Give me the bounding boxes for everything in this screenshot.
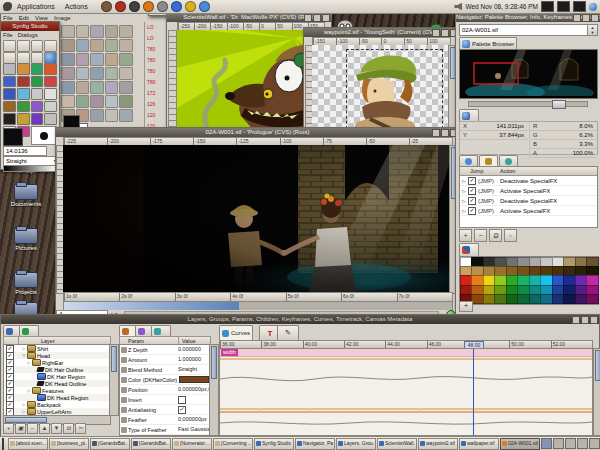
launcher-icon[interactable] — [129, 1, 140, 12]
gimp-tool-button[interactable] — [119, 109, 133, 122]
launcher-icon[interactable] — [101, 1, 112, 12]
curves-graph[interactable]: width — [219, 348, 593, 436]
toolbox-menu-item[interactable]: Dialogs — [18, 32, 38, 38]
raise-layer-button[interactable]: ▲ — [39, 423, 50, 434]
panel-clock[interactable]: Wed Nov 08, 9:28:46 PM — [465, 3, 538, 10]
gimp-tool-button[interactable] — [76, 53, 90, 66]
gimp-tool-button[interactable] — [119, 95, 133, 108]
new-layer-button[interactable]: + — [3, 423, 14, 434]
param-row[interactable]: Position 0.000000px,0.000000px — [120, 385, 210, 395]
keyframe-jump-link[interactable]: (JMP) — [478, 198, 500, 204]
main-canvas-artwork[interactable] — [63, 145, 451, 292]
workspace-3[interactable] — [565, 438, 576, 449]
param-value[interactable]: Straight — [178, 365, 210, 374]
drawer-icon[interactable] — [2, 438, 4, 450]
param-row[interactable]: Color (DKHairColor) — [120, 375, 210, 385]
tool-button[interactable] — [17, 101, 30, 113]
gimp-tool-button[interactable] — [90, 67, 104, 80]
gimp-tool-button[interactable] — [61, 25, 75, 38]
curves-vscrollbar[interactable] — [593, 348, 600, 436]
launcher-icon[interactable] — [143, 1, 154, 12]
layers-vscrollbar[interactable] — [109, 344, 119, 416]
taskbar-window-button[interactable]: 02A-W001.sif — [500, 438, 540, 450]
layer-row[interactable]: ▷ Shirt — [4, 345, 110, 352]
gimp-tool-button[interactable] — [119, 53, 133, 66]
tool-button[interactable] — [44, 113, 57, 125]
palette-editor-tab[interactable] — [459, 243, 479, 256]
param-checkbox[interactable] — [178, 406, 186, 414]
desktop-icon-documents[interactable]: Documents — [4, 184, 48, 207]
window-thumb-applet[interactable] — [541, 1, 554, 12]
gimp-tool-button[interactable] — [105, 81, 119, 94]
gimp-tool-button[interactable] — [61, 81, 75, 94]
window-thumb-applet[interactable] — [557, 1, 570, 12]
applications-menu[interactable]: Applications — [12, 3, 60, 10]
layer-row[interactable]: ▷ Backpack — [4, 401, 110, 408]
param-value[interactable]: 1.000000 — [178, 355, 210, 364]
brush-size-field[interactable]: 14.0136 — [3, 146, 47, 156]
window-buttons[interactable] — [572, 316, 598, 324]
curves-tab[interactable]: Curves — [219, 325, 253, 340]
taskbar-window-button[interactable]: [business_pl... — [49, 438, 89, 450]
tool-button[interactable] — [31, 76, 44, 88]
param-value[interactable]: 0.000000px — [178, 415, 210, 424]
taskbar-window-button[interactable]: waypoint2.sif — [418, 438, 458, 450]
gimp-tool-button[interactable] — [119, 39, 133, 52]
tool-button[interactable] — [44, 76, 57, 88]
layer-row[interactable]: ▷ Features — [4, 387, 110, 394]
param-row[interactable]: Blend Method Straight — [120, 365, 210, 375]
tool-button[interactable] — [44, 88, 57, 100]
navigator-preview[interactable] — [459, 49, 598, 99]
tool-button[interactable] — [17, 63, 30, 75]
layer-row[interactable]: DK Hair Region — [4, 373, 110, 380]
gimp-tool-button[interactable] — [90, 25, 104, 38]
add-swatch-button[interactable]: + — [459, 301, 473, 312]
taskbar-window-button[interactable]: [Converting ... — [213, 438, 253, 450]
tool-button[interactable] — [31, 88, 44, 100]
param-color-swatch[interactable] — [179, 376, 209, 383]
workspace-5[interactable] — [589, 438, 600, 449]
taskbar-window-button[interactable]: [GerardsBat... — [90, 438, 130, 450]
keyframe-jump-link[interactable]: (JMP) — [478, 208, 500, 214]
param-row[interactable]: Z Depth 0.000000 — [120, 345, 210, 355]
selection-bounds[interactable] — [346, 49, 443, 134]
toolbox-titlebar[interactable]: Synfig Studio — [1, 22, 59, 31]
keyframe-row[interactable]: ▷ (JMP) Deactivate SpecialFX — [460, 196, 597, 206]
tool-button[interactable] — [3, 101, 16, 113]
tool-button[interactable] — [3, 113, 16, 125]
navigator-zoom-slider[interactable] — [468, 101, 588, 107]
keyframe-row[interactable]: ▷ (JMP) Deactivate SpecialFX — [460, 176, 597, 186]
workspace-1[interactable] — [541, 438, 552, 449]
tool-button[interactable] — [17, 88, 30, 100]
launcher-icon[interactable] — [115, 1, 126, 12]
waypoint2-canvas[interactable] — [312, 45, 449, 134]
gnome-foot-icon[interactable] — [3, 2, 12, 11]
volume-icon[interactable] — [454, 3, 462, 11]
param-value[interactable]: Fast Gaussian Blur — [178, 425, 210, 434]
fg-color-swatch[interactable] — [3, 128, 23, 146]
new-file-button[interactable] — [3, 40, 16, 52]
gimp-tool-button[interactable] — [119, 67, 133, 80]
open-file-button[interactable] — [17, 40, 30, 52]
gimp-tool-button[interactable] — [105, 67, 119, 80]
gimp-tool-button[interactable] — [76, 81, 90, 94]
tool-button[interactable] — [3, 63, 16, 75]
keyframe-row[interactable]: ▷ (JMP) Activate SpecialFX — [460, 186, 597, 196]
param-value[interactable] — [178, 405, 210, 414]
param-row[interactable]: Invert — [120, 395, 210, 405]
save-button[interactable] — [31, 40, 44, 52]
combo-stepper[interactable]: ▲▼ — [587, 24, 598, 36]
taskbar-window-button[interactable]: ScientistWall... — [377, 438, 417, 450]
add-keyframe-button[interactable]: + — [459, 229, 472, 242]
taskbar-window-button[interactable]: Synfig Studio — [254, 438, 294, 450]
keyframe-checkbox[interactable] — [468, 197, 476, 205]
taskbar-window-button[interactable]: [GerardsBat... — [131, 438, 171, 450]
layer-row[interactable]: ▷ UpperLeftArm — [4, 408, 110, 415]
launcher-icon[interactable] — [171, 1, 182, 12]
gimp-tool-button[interactable] — [61, 95, 75, 108]
window-buttons[interactable] — [573, 14, 599, 22]
gimp-tool-button[interactable] — [61, 53, 75, 66]
notification-icon[interactable] — [589, 3, 597, 11]
gimp-tool-button[interactable] — [90, 39, 104, 52]
keyframe-row[interactable]: ▷ (JMP) Activate SpecialFX — [460, 206, 597, 216]
